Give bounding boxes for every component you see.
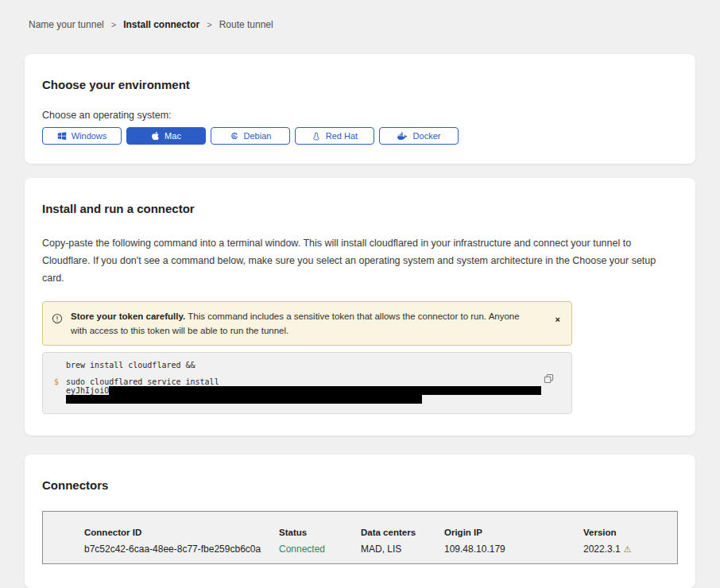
install-description: Copy-paste the following command into a … xyxy=(42,235,678,288)
code-line-sudo: sudo cloudflared service install xyxy=(66,377,541,386)
column-header-version: Version xyxy=(583,528,677,544)
os-button-label: Red Hat xyxy=(326,131,358,141)
token-redaction-bar xyxy=(109,386,541,395)
connectors-table: Connector ID Status Data centers Origin … xyxy=(42,511,678,564)
code-line-brew: brew install cloudflared && xyxy=(54,361,560,369)
windows-icon xyxy=(57,131,67,141)
os-button-label: Windows xyxy=(72,131,107,141)
os-button-redhat[interactable]: Red Hat xyxy=(295,127,374,145)
token-warning-banner: Store your token carefully. This command… xyxy=(42,301,572,346)
breadcrumb-route-tunnel[interactable]: Route tunnel xyxy=(219,19,273,30)
connectors-title: Connectors xyxy=(42,478,678,492)
connector-id-value: b7c52c42-6caa-48ee-8c77-fbe259cb6c0a xyxy=(84,544,279,555)
breadcrumb-name-your-tunnel[interactable]: Name your tunnel xyxy=(29,19,104,30)
column-header-origin-ip: Origin IP xyxy=(444,528,583,544)
table-row: b7c52c42-6caa-48ee-8c77-fbe259cb6c0a Con… xyxy=(84,544,677,555)
os-button-debian[interactable]: Debian xyxy=(211,127,290,145)
token-warning-bold: Store your token carefully. xyxy=(71,311,185,321)
data-centers-value: MAD, LIS xyxy=(361,544,444,555)
column-header-connector-id: Connector ID xyxy=(84,528,279,544)
version-number: 2022.3.1 xyxy=(583,544,621,555)
copy-icon[interactable] xyxy=(544,373,554,386)
column-header-data-centers: Data centers xyxy=(361,528,444,544)
status-badge: Connected xyxy=(279,544,361,555)
close-icon[interactable]: × xyxy=(552,315,563,324)
origin-ip-value: 109.48.10.179 xyxy=(444,544,583,555)
breadcrumb-separator: > xyxy=(207,20,211,29)
alert-circle-icon xyxy=(52,313,63,327)
install-connector-card: Install and run a connector Copy-paste t… xyxy=(25,178,695,435)
os-select-label: Choose an operating system: xyxy=(42,110,678,121)
os-button-mac[interactable]: Mac xyxy=(126,127,206,145)
os-button-label: Mac xyxy=(165,131,181,141)
install-connector-title: Install and run a connector xyxy=(42,202,678,215)
choose-environment-card: Choose your environment Choose an operat… xyxy=(25,54,695,164)
os-button-label: Debian xyxy=(244,131,272,141)
os-button-label: Docker xyxy=(413,131,441,141)
os-button-group: Windows Mac Debian Red Hat xyxy=(42,127,678,145)
token-redaction-bar xyxy=(66,395,422,404)
version-value: 2022.3.1⚠ xyxy=(583,544,677,555)
install-command-codeblock: brew install cloudflared && $ sudo cloud… xyxy=(42,352,572,414)
tunnel-setup-page: Name your tunnel > Install connector > R… xyxy=(0,0,720,588)
breadcrumb-install-connector[interactable]: Install connector xyxy=(123,19,199,30)
column-header-status: Status xyxy=(279,528,361,544)
shell-prompt: $ xyxy=(54,377,66,404)
docker-icon xyxy=(397,132,408,141)
breadcrumb-separator: > xyxy=(111,20,116,29)
os-button-docker[interactable]: Docker xyxy=(379,127,459,145)
redhat-icon xyxy=(312,131,321,141)
connectors-card: Connectors Connector ID Status Data cent… xyxy=(25,455,695,588)
choose-environment-title: Choose your environment xyxy=(42,78,678,91)
os-button-windows[interactable]: Windows xyxy=(42,127,122,145)
debian-icon xyxy=(230,131,239,141)
warning-triangle-icon: ⚠ xyxy=(624,544,632,554)
connectors-table-header: Connector ID Status Data centers Origin … xyxy=(84,528,677,544)
token-prefix: eyJhIjoiO xyxy=(66,386,109,395)
apple-icon xyxy=(151,131,160,141)
token-warning-text: Store your token carefully. This command… xyxy=(71,309,552,338)
breadcrumb: Name your tunnel > Install connector > R… xyxy=(25,0,695,30)
